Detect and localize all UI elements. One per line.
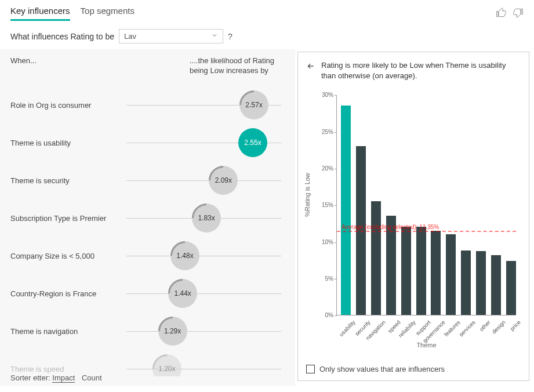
chart-bar[interactable] [446,234,456,315]
y-tick: 15% [315,202,333,208]
chart-bar[interactable] [491,255,501,315]
average-line: Average (excluding selected): 11.35% [337,231,516,232]
only-influencers-label: Only show values that are influencers [319,365,445,373]
influencer-row[interactable]: Country-Region is France1.44x [10,275,288,313]
influencer-track: 1.48x [126,256,281,256]
influencer-row[interactable]: Theme is security2.09x [10,162,288,199]
sort-label: Sorter etter: [10,373,50,382]
chart-bar[interactable] [416,227,426,315]
influencer-bubble[interactable]: 1.44x [168,279,197,308]
chart-bar[interactable] [431,231,441,315]
chart: %Rating is Low Theme 0%5%10%15%20%25%30%… [306,89,521,344]
influencer-bubble[interactable]: 1.20x [152,354,181,376]
sort-row: Sorter etter: Impact Count [10,373,102,382]
influencer-bubble[interactable]: 2.55x [238,128,267,157]
average-label: Average (excluding selected): 11.35% [342,224,439,230]
influencers-panel: When... ....the likelihood of Rating bei… [0,49,295,386]
thumbs-up-icon[interactable] [496,7,507,20]
influencer-row[interactable]: Theme is navigation1.29x [10,313,288,350]
influencer-row[interactable]: Subscription Type is Premier1.83x [10,199,288,237]
sort-impact[interactable]: Impact [52,373,75,383]
chart-bar[interactable] [506,261,516,315]
header-when: When... [10,56,132,76]
thumbs-down-icon[interactable] [512,7,524,20]
chart-bar[interactable] [341,106,351,315]
value-dropdown[interactable]: Lav [119,29,223,43]
y-tick: 30% [315,92,333,98]
influencer-list: Role in Org is consumer2.57xTheme is usa… [10,86,288,376]
influencer-track: 1.44x [126,293,281,294]
influencer-bubble[interactable]: 1.48x [170,241,199,270]
influencer-track: 1.20x [126,369,281,369]
influencer-row[interactable]: Theme is usability2.55x [10,124,288,162]
influencer-label: Subscription Type is Premier [10,214,126,223]
influencer-track: 2.55x [126,143,281,143]
tab-top-segments[interactable]: Top segments [81,6,135,21]
influencer-value: 2.55x [244,139,261,147]
tab-key-influencers[interactable]: Key influencers [10,6,70,21]
influencer-label: Theme is speed [10,365,126,373]
dropdown-value: Lav [124,32,136,41]
influencer-track: 1.83x [126,218,281,219]
influencer-row[interactable]: Role in Org is consumer2.57x [10,86,288,124]
influencer-track: 2.57x [126,105,281,106]
influencer-bubble[interactable]: 1.29x [158,317,187,346]
header-likelihood: ....the likelihood of Rating being Low i… [190,56,288,76]
back-arrow-icon[interactable] [306,60,315,74]
influencer-label: Theme is usability [10,139,126,147]
influencer-row[interactable]: Company Size is < 5,0001.48x [10,237,288,275]
influencer-label: Role in Org is consumer [10,101,126,110]
influencer-track: 2.09x [126,180,281,181]
help-icon[interactable]: ? [228,32,233,41]
only-influencers-checkbox[interactable] [306,365,315,373]
sort-count[interactable]: Count [82,373,102,382]
influencer-track: 1.29x [126,331,281,332]
detail-panel: Rating is more likely to be Low when The… [297,52,529,381]
influencer-label: Country-Region is France [10,289,126,298]
chart-bar[interactable] [401,227,411,315]
y-tick: 0% [315,312,333,318]
y-tick: 5% [315,275,333,282]
influencer-label: Theme is security [10,176,126,185]
influencer-bubble[interactable]: 2.57x [239,90,268,119]
influencer-label: Theme is navigation [10,327,126,336]
chart-plot: Theme 0%5%10%15%20%25%30%usabilitysecuri… [336,95,516,315]
question-label: What influences Rating to be [10,32,114,41]
y-tick: 25% [315,129,333,135]
chevron-down-icon [211,32,218,41]
detail-summary: Rating is more likely to be Low when The… [321,60,521,81]
influencer-row[interactable]: Theme is speed1.20x [10,350,288,376]
y-tick: 10% [315,239,333,245]
chart-bar[interactable] [371,201,381,315]
influencer-bubble[interactable]: 2.09x [209,166,238,195]
y-axis-label: %Rating is Low [304,173,311,217]
y-tick: 20% [315,165,333,172]
chart-bar[interactable] [476,251,486,315]
chart-bar[interactable] [461,251,471,315]
tabs: Key influencers Top segments [10,6,135,21]
influencer-bubble[interactable]: 1.83x [192,204,221,233]
influencer-label: Company Size is < 5,000 [10,252,126,260]
